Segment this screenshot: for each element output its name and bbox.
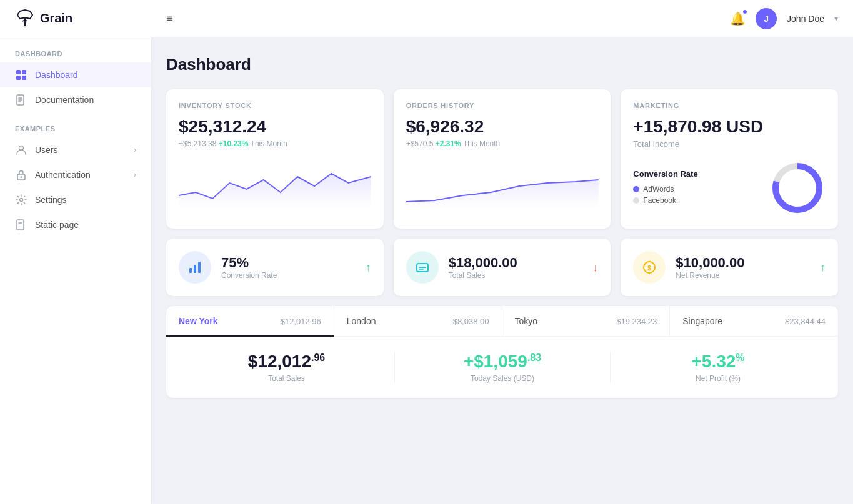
adwords-label: AdWords	[643, 185, 674, 194]
user-name[interactable]: John Doe	[787, 14, 824, 24]
marketing-sublabel: Total Income	[633, 139, 826, 149]
svg-point-7	[21, 176, 22, 178]
sidebar-item-users[interactable]: Users ›	[0, 137, 151, 162]
avatar: J	[756, 8, 777, 29]
revenue-value: $10,000.00	[676, 255, 810, 271]
revenue-label: Net Revenue	[676, 271, 810, 280]
svg-rect-0	[16, 70, 21, 74]
inventory-label: INVENTORY STOCK	[179, 102, 371, 109]
trend-up-icon: ↑	[820, 261, 826, 274]
today-sales-stat: +$1,059.83 Today Sales (USD)	[394, 352, 610, 383]
inventory-value: $25,312.24	[179, 117, 371, 137]
top-cards-grid: INVENTORY STOCK $25,312.24 +$5,213.38 +1…	[166, 89, 838, 229]
tab-singapore-label: Singapore	[682, 316, 722, 326]
conversion-value: 75%	[221, 255, 356, 271]
trend-up-icon: ↑	[366, 261, 371, 274]
inventory-change-label: This Month	[251, 139, 287, 148]
grid-icon	[15, 69, 27, 81]
sidebar-item-label: Static page	[35, 220, 79, 230]
content-area: Dashboard INVENTORY STOCK $25,312.24 +$5…	[151, 37, 853, 504]
app-name: Grain	[40, 11, 72, 26]
hamburger-icon[interactable]: ≡	[166, 12, 173, 25]
tab-singapore[interactable]: Singapore $23,844.44	[670, 306, 838, 336]
notification-badge	[742, 9, 748, 15]
tab-london[interactable]: London $8,038.00	[334, 306, 502, 336]
grain-logo-icon	[15, 9, 35, 29]
lock-icon	[15, 169, 27, 181]
total-sales-stat: $12,012.96 Total Sales	[179, 352, 394, 383]
conversion-rate-card: 75% Conversion Rate ↑	[166, 239, 384, 296]
sidebar-item-label: Documentation	[35, 95, 94, 105]
sidebar-item-documentation[interactable]: Documentation	[0, 87, 151, 112]
tab-tokyo-label: Tokyo	[515, 316, 538, 326]
orders-sub: +$570.5 +2.31% This Month	[406, 139, 599, 148]
svg-marker-10	[179, 174, 371, 208]
sidebar-section-dashboard: Dashboard	[0, 37, 151, 62]
conversion-icon	[179, 251, 211, 284]
chevron-right-icon: ›	[134, 170, 136, 179]
inventory-stock-card: INVENTORY STOCK $25,312.24 +$5,213.38 +1…	[166, 89, 384, 229]
page-title: Dashboard	[166, 55, 838, 74]
topbar-right: 🔔 J John Doe ▾	[730, 8, 838, 29]
orders-chart	[406, 158, 599, 208]
revenue-icon: $	[633, 251, 666, 284]
total-sales-value: $12,012.96	[179, 352, 394, 372]
marketing-label: MARKETING	[633, 102, 826, 109]
donut-chart	[769, 160, 826, 216]
svg-rect-14	[189, 268, 192, 273]
orders-value: $6,926.32	[406, 117, 599, 137]
sales-label: Total Sales	[449, 271, 583, 280]
net-profit-value: +5.32%	[611, 352, 826, 372]
svg-rect-16	[198, 262, 201, 273]
notification-button[interactable]: 🔔	[730, 11, 746, 26]
conversion-left: Conversion Rate AdWords Facebook	[633, 169, 697, 207]
svg-point-8	[20, 199, 23, 202]
sales-icon	[406, 251, 439, 284]
tab-tokyo[interactable]: Tokyo $19,234.23	[502, 306, 671, 336]
sidebar-section-examples: Examples	[0, 112, 151, 137]
sidebar-item-label: Authentication	[35, 170, 91, 180]
user-icon	[15, 144, 27, 156]
orders-label: ORDERS HISTORY	[406, 102, 599, 109]
mini-cards-grid: 75% Conversion Rate ↑ $18,000.00 Total S…	[166, 239, 838, 296]
sidebar-item-static-page[interactable]: Static page	[0, 212, 151, 237]
sidebar-item-settings[interactable]: Settings	[0, 187, 151, 212]
net-profit-label: Net Profit (%)	[611, 374, 826, 383]
trend-down-icon: ↓	[592, 261, 598, 274]
svg-rect-3	[22, 76, 26, 80]
today-sales-label: Today Sales (USD)	[395, 374, 610, 383]
svg-marker-11	[406, 180, 599, 208]
conversion-label: Conversion Rate	[221, 271, 356, 280]
tab-london-label: London	[347, 316, 376, 326]
location-section: New York $12,012.96 London $8,038.00 Tok…	[166, 306, 838, 398]
sidebar-item-authentication[interactable]: Authentication ›	[0, 162, 151, 187]
doc-icon	[15, 94, 27, 106]
svg-rect-1	[22, 70, 26, 74]
legend-adwords: AdWords	[633, 185, 697, 194]
inventory-sub: +$5,213.38 +10.23% This Month	[179, 139, 371, 148]
tab-new-york[interactable]: New York $12,012.96	[166, 306, 334, 336]
marketing-card: MARKETING +15,870.98 USD Total Income Co…	[621, 89, 838, 229]
conversion-section: Conversion Rate AdWords Facebook	[633, 160, 826, 216]
svg-rect-9	[17, 220, 24, 230]
facebook-dot	[633, 197, 639, 204]
logo: Grain	[0, 0, 151, 37]
sidebar-item-dashboard[interactable]: Dashboard	[0, 62, 151, 87]
tab-tokyo-value: $19,234.23	[616, 317, 657, 326]
location-stats: $12,012.96 Total Sales +$1,059.83 Today …	[166, 337, 838, 398]
main-content: ≡ 🔔 J John Doe ▾ Dashboard INVENTORY STO…	[151, 0, 853, 504]
svg-rect-15	[194, 265, 196, 273]
orders-change-label: This Month	[463, 139, 500, 148]
net-revenue-card: $ $10,000.00 Net Revenue ↑	[621, 239, 838, 296]
page-icon	[15, 219, 27, 231]
conversion-title: Conversion Rate	[633, 169, 697, 179]
sidebar-item-label: Dashboard	[35, 70, 78, 80]
tab-new-york-value: $12,012.96	[281, 317, 321, 326]
sidebar-item-label: Settings	[35, 195, 67, 205]
marketing-value: +15,870.98 USD	[633, 117, 826, 137]
topbar: ≡ 🔔 J John Doe ▾	[151, 0, 853, 37]
facebook-label: Facebook	[643, 196, 676, 205]
location-tabs: New York $12,012.96 London $8,038.00 Tok…	[166, 306, 838, 337]
legend-facebook: Facebook	[633, 196, 697, 205]
tab-new-york-label: New York	[179, 316, 218, 326]
